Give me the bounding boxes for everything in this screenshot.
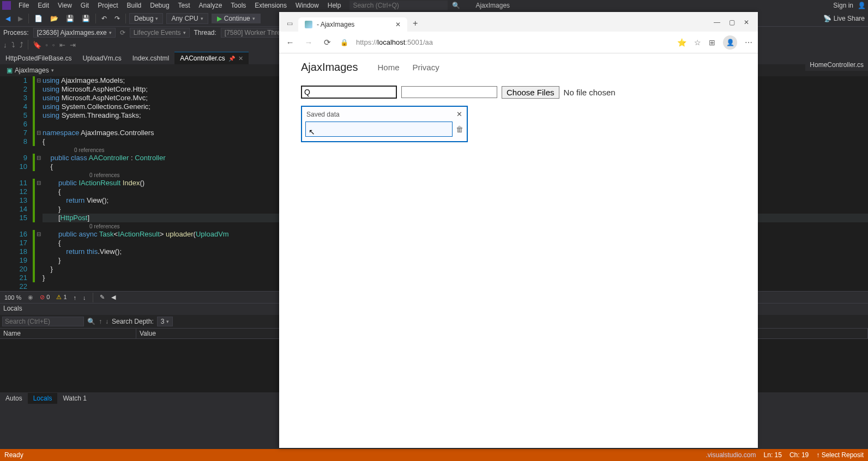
forward-button[interactable]: → (303, 38, 314, 47)
warning-count[interactable]: 1 (63, 294, 67, 300)
vs-link[interactable]: .visualstudio.com (706, 451, 756, 459)
redo-icon[interactable]: ↷ (112, 14, 122, 23)
quick-search-input[interactable] (349, 1, 448, 10)
site-nav: AjaxImages Home Privacy (301, 61, 736, 74)
process-dropdown[interactable]: [23636] AjaxImages.exe (33, 28, 116, 38)
error-count[interactable]: 0 (46, 294, 50, 300)
arrow-up-icon[interactable]: ↑ (99, 318, 102, 325)
menu-view[interactable]: View (53, 1, 76, 10)
menu-project[interactable]: Project (93, 1, 122, 10)
menu-edit[interactable]: Edit (33, 1, 53, 10)
highlighter-icon[interactable]: ✎ (100, 294, 105, 301)
lifecycle-dropdown[interactable]: Lifecycle Events (130, 28, 190, 38)
saved-data-title: Saved data (306, 111, 340, 118)
nav-back-icon[interactable]: ◀ (3, 14, 13, 23)
nav-privacy[interactable]: Privacy (413, 63, 439, 72)
browser-window: ▭ - AjaxImages ✕ + — ▢ ✕ ← → ⟳ 🔒 https:/… (279, 12, 758, 448)
search-icon[interactable]: 🔍 (448, 2, 465, 9)
new-tab-button[interactable]: + (407, 15, 423, 32)
menu-extensions[interactable]: Extensions (250, 1, 291, 10)
continue-button[interactable]: ▶ Continue ▾ (212, 14, 261, 23)
nav-home[interactable]: Home (378, 63, 400, 72)
repo-selector[interactable]: ↑ Select Reposit (816, 451, 864, 459)
open-icon[interactable]: 📂 (48, 14, 61, 23)
issues-icon[interactable]: ◉ (28, 294, 33, 301)
fold-column[interactable]: ⊟⊟⊟⊟⊟ (35, 76, 43, 291)
config-dropdown[interactable]: Debug (129, 13, 163, 24)
browser-tab[interactable]: - AjaxImages ✕ (298, 17, 407, 32)
bp-icon[interactable]: ◦ (46, 41, 49, 49)
lock-icon[interactable]: 🔒 (340, 39, 348, 46)
tab-actions-icon[interactable]: ▭ (284, 20, 298, 32)
maximize-icon[interactable]: ▢ (729, 19, 735, 26)
menu-git[interactable]: Git (76, 1, 93, 10)
sign-in-link[interactable]: Sign in (833, 2, 853, 9)
menu-build[interactable]: Build (123, 1, 146, 10)
menu-debug[interactable]: Debug (146, 1, 173, 10)
user-icon[interactable]: 👤 (858, 2, 866, 9)
pin-icon[interactable]: 📌 (228, 56, 235, 62)
favorites-icon[interactable]: ☆ (694, 38, 701, 47)
tab-watch1[interactable]: Watch 1 (57, 393, 92, 404)
menu-help[interactable]: Help (323, 1, 346, 10)
address-bar[interactable]: https://localhost:5001/aa (356, 38, 670, 46)
thread-dropdown[interactable]: [7580] Worker Threa (221, 28, 288, 38)
profile-icon[interactable]: 👤 (723, 35, 737, 50)
close-icon[interactable]: ✕ (744, 19, 749, 26)
bookmark-icon[interactable]: 🔖 (33, 41, 41, 49)
close-icon[interactable]: ✕ (238, 55, 243, 62)
more-icon[interactable]: ⋯ (745, 38, 752, 47)
new-project-icon[interactable]: 📄 (32, 14, 45, 23)
platform-dropdown[interactable]: Any CPU (166, 13, 208, 24)
tab-httppostedfilebase[interactable]: HttpPostedFileBase.cs (0, 52, 77, 64)
collections-icon[interactable]: ⊞ (709, 38, 715, 47)
save-icon[interactable]: 💾 (64, 14, 76, 23)
live-share-button[interactable]: 📡 Live Share (823, 15, 865, 22)
tab-aacontroller[interactable]: AAController.cs 📌 ✕ (174, 52, 249, 64)
back-button[interactable]: ← (285, 38, 296, 47)
step-over-icon[interactable]: ⤵ (11, 41, 15, 49)
menu-file[interactable]: File (14, 1, 33, 10)
menu-analyze[interactable]: Analyze (195, 1, 227, 10)
col-name[interactable]: Name (0, 329, 136, 338)
minimize-icon[interactable]: — (714, 19, 720, 26)
trash-icon[interactable]: 🗑 (456, 125, 463, 134)
text-input-1[interactable] (301, 86, 397, 99)
menu-window[interactable]: Window (291, 1, 323, 10)
nav-back-icon[interactable]: ◀ (111, 294, 116, 301)
depth-dropdown[interactable]: 3 (157, 317, 173, 326)
indent-icon[interactable]: ⇥ (70, 41, 76, 49)
saved-data-item[interactable] (305, 122, 453, 137)
menu-test[interactable]: Test (174, 1, 195, 10)
star-add-icon[interactable]: ⭐ (677, 38, 686, 47)
arrow-down-icon[interactable]: ↓ (83, 294, 86, 301)
arrow-down-icon[interactable]: ↓ (105, 318, 108, 325)
tab-homecontroller[interactable]: HomeController.cs (805, 59, 868, 71)
outdent-icon[interactable]: ⇤ (59, 41, 65, 49)
url-host: localhost (377, 38, 405, 46)
refresh-button[interactable]: ⟳ (322, 38, 333, 47)
search-icon[interactable]: 🔍 (87, 318, 95, 325)
arrow-up-icon[interactable]: ↑ (74, 294, 77, 301)
choose-files-button[interactable]: Choose Files (502, 86, 559, 99)
zoom-level[interactable]: 100 % (4, 294, 21, 301)
close-icon[interactable]: ✕ (395, 21, 401, 28)
brand-link[interactable]: AjaxImages (301, 61, 358, 74)
tab-locals[interactable]: Locals (28, 393, 58, 404)
tab-autos[interactable]: Autos (0, 393, 28, 404)
text-input-2[interactable] (401, 86, 497, 98)
nav-fwd-icon[interactable]: ▶ (16, 14, 25, 23)
project-dropdown[interactable]: ▣ AjaxImages (2, 65, 58, 75)
lifecycle-icon[interactable]: ⟳ (120, 29, 125, 37)
close-icon[interactable]: ✕ (456, 110, 462, 118)
bp-icon[interactable]: ◦ (52, 41, 55, 49)
save-all-icon[interactable]: 💾 (80, 14, 92, 23)
step-out-icon[interactable]: ⤴ (20, 41, 23, 49)
menu-tools[interactable]: Tools (226, 1, 250, 10)
step-icon[interactable]: ↓ (3, 41, 7, 49)
undo-icon[interactable]: ↶ (99, 14, 109, 23)
tab-uploadvm[interactable]: UploadVm.cs (77, 52, 126, 64)
tab-index[interactable]: Index.cshtml (127, 52, 174, 64)
depth-label: Search Depth: (112, 318, 154, 325)
locals-search-input[interactable] (2, 317, 84, 326)
